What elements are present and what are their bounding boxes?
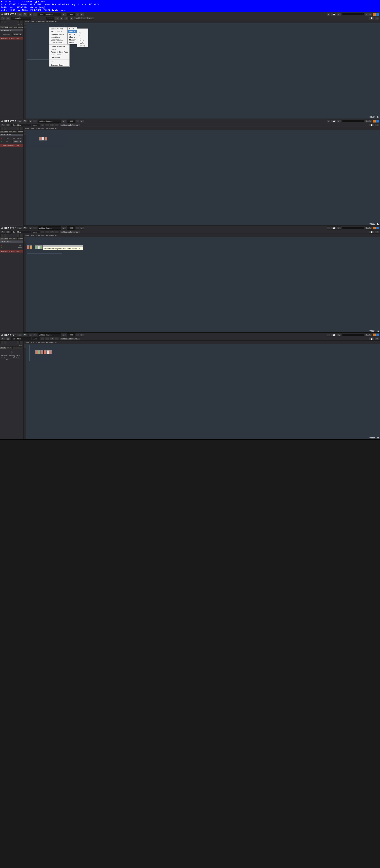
bc-new[interactable]: New [31, 341, 34, 343]
bpm-field[interactable] [67, 120, 75, 123]
bc-panel[interactable]: Panel [25, 235, 29, 236]
snapshot-menu-button[interactable]: ▾ [33, 226, 37, 229]
node-5[interactable] [40, 245, 42, 249]
structure-canvas[interactable]: Panel› New› Instrument› Audio Core Cell [23, 234, 380, 333]
power-button[interactable]: ⏻ [337, 13, 342, 16]
tab-view[interactable]: VIEW [13, 26, 18, 29]
structure-canvas[interactable]: Panel› New› Instrument› Audio Core Cell … [23, 341, 380, 439]
menu-close[interactable]: Close Pane [50, 56, 69, 59]
tab-info[interactable]: INFO [8, 237, 13, 240]
layout-split-button[interactable]: ▯▯ [6, 17, 11, 20]
menu-const[interactable]: Const [68, 28, 77, 30]
menu-user[interactable]: User Macro▸ [50, 36, 69, 38]
node-4[interactable] [37, 245, 40, 249]
fp-precision-dropdown[interactable]: Default [12, 33, 22, 36]
menu-math-5[interactable]: ~log(x) [77, 42, 88, 44]
undo-label[interactable]: Undo [19, 244, 22, 246]
select-file-field[interactable] [11, 124, 31, 126]
menu-math-2[interactable]: |x| [77, 31, 88, 34]
float-label[interactable]: Float [6, 137, 9, 139]
tb-settings-button[interactable]: ⚙ [375, 337, 379, 340]
play-button[interactable]: ▸ [75, 13, 79, 16]
side-3-icon[interactable] [17, 127, 20, 130]
side-2-icon[interactable] [4, 341, 6, 344]
node-port-out[interactable] [49, 350, 52, 354]
bpm-field[interactable] [67, 226, 75, 229]
tab-view[interactable]: VIEW [13, 237, 18, 240]
record-button[interactable]: ● [69, 17, 73, 20]
menu-compact[interactable]: Compact Board [50, 64, 69, 66]
bc-cell[interactable]: Audio Core Cell [46, 21, 57, 23]
node-port-out[interactable] [45, 137, 47, 141]
snapshot-prev-button[interactable]: ◂ [28, 120, 32, 123]
menu-expert[interactable]: Expert Macro▸ [50, 30, 69, 33]
node-2[interactable] [30, 245, 32, 249]
audio-file-tab[interactable]: untitled Audiofile.wav [74, 17, 94, 20]
search-field[interactable] [32, 230, 40, 234]
rewind-button[interactable]: ◂◂ [17, 13, 22, 16]
tab-function[interactable]: FUNCTION [0, 237, 8, 240]
side-4-icon[interactable] [20, 341, 23, 344]
fp-precision-dropdown[interactable]: Default [12, 140, 22, 143]
node-port-in[interactable] [35, 350, 38, 354]
midi-button[interactable]: 🎹 [331, 333, 336, 337]
snapshot-prev-button[interactable]: ◂ [28, 226, 32, 229]
strip-add-button[interactable] [24, 130, 26, 132]
side-search-icon[interactable] [0, 341, 3, 344]
menu-builtin[interactable]: Built-In Module▸ [50, 28, 69, 30]
menu-math-1[interactable]: ÷ [77, 29, 88, 31]
bc-cell[interactable]: Audio Core Cell [46, 341, 57, 343]
play-button[interactable]: ▸ [75, 226, 79, 229]
record-button[interactable]: ● [55, 230, 59, 234]
magnify-button[interactable]: 🔍 [23, 226, 28, 229]
magnify-button[interactable]: 🔍 [23, 13, 28, 16]
menu-math-6[interactable]: ~exp(x) [77, 44, 88, 47]
bc-cell[interactable]: Audio Core Cell [46, 128, 57, 129]
midi-button[interactable]: 🎹 [331, 120, 336, 123]
menu-memory[interactable]: Memory▸ [68, 38, 77, 41]
panel-a-button[interactable] [373, 13, 376, 16]
panel-b-button[interactable] [376, 13, 379, 16]
panel-b-button[interactable] [376, 120, 379, 123]
audio-file-tab[interactable]: untitled Audiofile.wav [59, 338, 80, 340]
menu-standard[interactable]: Standard Macro▸ [50, 33, 69, 36]
tb-save-button[interactable]: 💾 [369, 337, 374, 340]
event-label[interactable]: Event [19, 247, 22, 249]
nav-next-button[interactable]: ▸ [45, 337, 49, 340]
tab-function[interactable]: FUNCTION [0, 26, 8, 29]
side-3-icon[interactable] [17, 341, 20, 344]
side-4-icon[interactable] [20, 127, 23, 130]
bc-instrument[interactable]: Instrument [36, 128, 44, 129]
rewind-button[interactable]: ◂◂ [17, 333, 22, 337]
select-file-field[interactable] [11, 17, 31, 20]
side-search-icon[interactable] [0, 234, 3, 237]
midi-learn-button[interactable]: ▸ [327, 120, 330, 123]
tb-settings-button[interactable]: ⚙ [375, 123, 379, 127]
bc-new[interactable]: New [31, 21, 34, 23]
audio-file-tab[interactable]: untitled Audiofile.wav [59, 230, 80, 234]
node-body[interactable] [42, 137, 45, 141]
bc-panel[interactable]: Panel [25, 21, 29, 23]
side-2-icon[interactable] [4, 234, 6, 237]
structure-canvas[interactable]: Panel› New› Instrument› Audio Core Cell … [23, 127, 380, 226]
tb-settings-button[interactable]: ⚙ [375, 230, 379, 234]
search-field[interactable] [32, 124, 40, 126]
edit-button[interactable]: ✎ [1, 17, 5, 20]
side-search-icon[interactable] [0, 127, 3, 130]
node-body[interactable] [47, 350, 49, 354]
bc-new[interactable]: New [31, 128, 34, 129]
snapshot-name-field[interactable] [37, 120, 61, 123]
node-port-out[interactable] [41, 350, 43, 354]
tab-info[interactable]: INFO [0, 346, 6, 349]
strip-add-button[interactable] [24, 23, 26, 25]
bc-new[interactable]: New [31, 235, 34, 236]
side-3-icon[interactable] [17, 234, 20, 237]
play-button[interactable]: ▸ [75, 333, 79, 337]
side-search-icon[interactable] [0, 20, 3, 23]
panel-a-button[interactable] [373, 334, 376, 336]
panel-b-button[interactable] [376, 227, 379, 229]
side-4-icon[interactable] [20, 20, 23, 23]
edit-button[interactable]: ✎ [1, 230, 5, 234]
side-2-icon[interactable] [4, 127, 6, 130]
stop-button[interactable]: ■ [80, 120, 84, 123]
